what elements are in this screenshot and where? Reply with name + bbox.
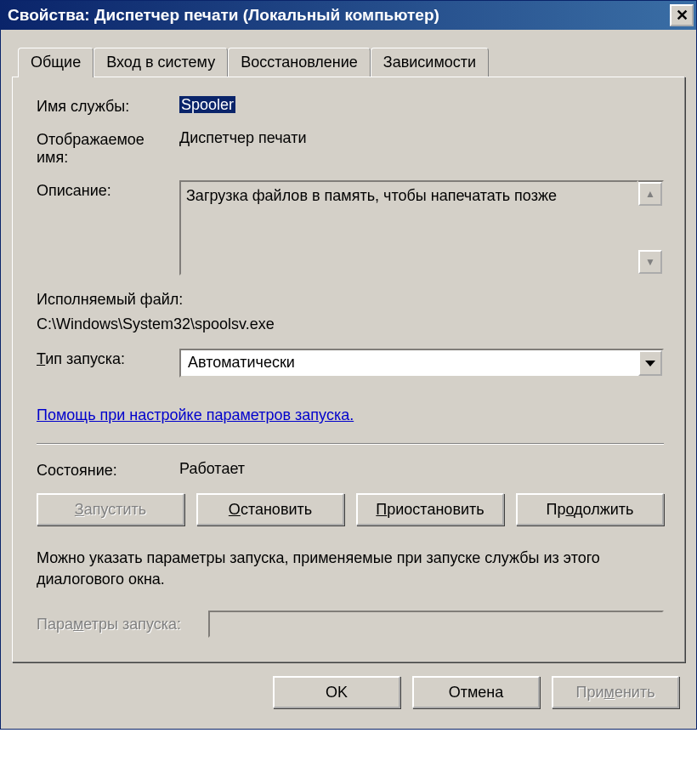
label-executable: Исполняемый файл: — [37, 291, 664, 309]
label-display-name: Отображаемое имя: — [37, 129, 179, 167]
startup-type-select[interactable]: Автоматически — [179, 349, 664, 378]
description-box: Загрузка файлов в память, чтобы напечата… — [179, 180, 664, 276]
cancel-button[interactable]: Отмена — [412, 676, 540, 708]
label-startup-type: Тип запуска: — [37, 349, 179, 368]
start-params-input — [208, 611, 664, 638]
pause-button[interactable]: Приостановить — [356, 493, 504, 526]
startup-type-value: Автоматически — [181, 350, 638, 376]
label-description: Описание: — [37, 180, 179, 200]
value-status: Работает — [179, 460, 664, 478]
divider — [37, 443, 664, 445]
apply-button: Применить — [552, 676, 679, 708]
tab-logon[interactable]: Вход в систему — [94, 48, 228, 77]
tab-panel-general: Имя службы: Spooler Отображаемое имя: Ди… — [12, 77, 685, 662]
dialog-footer: OK Отмена Применить — [9, 662, 688, 720]
dialog-body: Общие Вход в систему Восстановление Зави… — [1, 30, 696, 729]
scroll-up-icon[interactable]: ▲ — [638, 182, 662, 206]
tab-general[interactable]: Общие — [18, 48, 94, 77]
stop-button[interactable]: Остановить — [196, 493, 344, 526]
tab-recovery[interactable]: Восстановление — [228, 48, 371, 77]
tabs: Общие Вход в систему Восстановление Зави… — [18, 45, 688, 77]
scroll-down-icon[interactable]: ▼ — [638, 250, 662, 274]
close-icon[interactable]: ✕ — [670, 4, 694, 26]
value-executable-path: C:\Windows\System32\spoolsv.exe — [37, 315, 664, 333]
ok-button[interactable]: OK — [273, 676, 400, 708]
value-description: Загрузка файлов в память, чтобы напечата… — [179, 180, 638, 276]
startup-params-hint: Можно указать параметры запуска, применя… — [37, 548, 664, 590]
chevron-down-icon[interactable] — [638, 350, 662, 376]
value-display-name: Диспетчер печати — [179, 129, 664, 147]
label-start-params: Параметры запуска: — [37, 616, 208, 633]
startup-help-link[interactable]: Помощь при настройке параметров запуска. — [37, 406, 354, 424]
tab-dependencies[interactable]: Зависимости — [371, 48, 489, 77]
window-title: Свойства: Диспетчер печати (Локальный ко… — [8, 6, 439, 25]
label-service-name: Имя службы: — [37, 96, 179, 116]
description-scrollbar: ▲ ▼ — [638, 180, 664, 276]
properties-dialog: Свойства: Диспетчер печати (Локальный ко… — [0, 0, 697, 730]
value-service-name: Spooler — [179, 96, 235, 113]
resume-button[interactable]: Продолжить — [516, 493, 664, 526]
titlebar: Свойства: Диспетчер печати (Локальный ко… — [1, 1, 696, 30]
label-status: Состояние: — [37, 460, 179, 480]
start-button: Запустить — [37, 493, 184, 526]
